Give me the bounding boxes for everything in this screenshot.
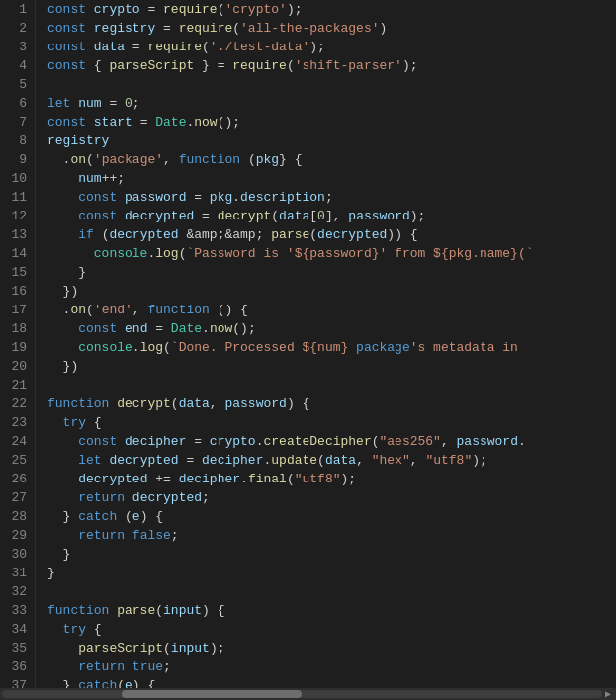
line-number: 17 (8, 301, 27, 319)
scroll-right-arrow-icon[interactable]: ▶ (602, 688, 614, 700)
line-number: 18 (8, 319, 27, 338)
code-line: const password = pkg.description; (47, 188, 616, 207)
line-number: 6 (8, 94, 27, 113)
code-line: registry (47, 131, 616, 150)
line-number: 8 (8, 131, 27, 150)
code-line: } (47, 564, 616, 582)
line-number: 13 (8, 225, 27, 244)
code-line: if (decrypted &amp;&amp; parse(decrypted… (47, 225, 616, 244)
code-line: } catch (e) { (47, 507, 616, 526)
line-number: 14 (8, 244, 27, 263)
scrollbar-thumb[interactable] (122, 690, 302, 698)
line-number: 31 (8, 564, 27, 582)
line-number: 32 (8, 582, 27, 601)
line-number: 35 (8, 639, 27, 657)
code-line: } (47, 263, 616, 282)
code-line (47, 75, 616, 94)
code-line: const data = require('./test-data'); (47, 38, 616, 56)
code-line: function decrypt(data, password) { (47, 394, 616, 413)
line-number: 3 (8, 38, 27, 56)
line-number: 4 (8, 56, 27, 75)
line-number: 19 (8, 338, 27, 357)
line-number: 20 (8, 357, 27, 376)
code-line: }) (47, 357, 616, 376)
code-line: const registry = require('all-the-packag… (47, 19, 616, 38)
line-number: 29 (8, 526, 27, 545)
line-number: 12 (8, 207, 27, 225)
line-number: 28 (8, 507, 27, 526)
code-line: .on('end', function () { (47, 301, 616, 319)
line-number: 26 (8, 470, 27, 488)
line-number: 33 (8, 601, 27, 620)
line-number: 34 (8, 620, 27, 639)
line-number: 22 (8, 394, 27, 413)
code-line: let decrypted = decipher.update(data, "h… (47, 451, 616, 470)
line-number: 15 (8, 263, 27, 282)
line-number: 30 (8, 545, 27, 564)
line-number: 11 (8, 188, 27, 207)
scrollbar-track[interactable] (2, 690, 602, 698)
code-line: return true; (47, 657, 616, 676)
code-line: const end = Date.now(); (47, 319, 616, 338)
code-line (47, 582, 616, 601)
line-number: 9 (8, 150, 27, 169)
code-line: }) (47, 282, 616, 301)
line-number: 10 (8, 169, 27, 188)
code-line: const start = Date.now(); (47, 113, 616, 131)
line-number: 21 (8, 376, 27, 394)
code-line: .on('package', function (pkg} { (47, 150, 616, 169)
code-line: const crypto = require('crypto'); (47, 0, 616, 19)
line-number: 2 (8, 19, 27, 38)
editor-container: 1234567891011121314151617181920212223242… (0, 0, 616, 700)
line-number: 37 (8, 676, 27, 688)
line-numbers: 1234567891011121314151617181920212223242… (0, 0, 36, 688)
code-line: console.log(`Password is '${password}' f… (47, 244, 616, 263)
code-line: } (47, 545, 616, 564)
horizontal-scrollbar[interactable]: ▶ (0, 688, 616, 700)
code-line: } catch(e) { (47, 676, 616, 688)
code-line: function parse(input) { (47, 601, 616, 620)
code-line: return decrypted; (47, 488, 616, 507)
line-number: 27 (8, 488, 27, 507)
line-number: 7 (8, 113, 27, 131)
code-line: return false; (47, 526, 616, 545)
line-number: 24 (8, 432, 27, 451)
code-line: try { (47, 620, 616, 639)
line-number: 5 (8, 75, 27, 94)
code-line (47, 376, 616, 394)
code-line: decrypted += decipher.final("utf8"); (47, 470, 616, 488)
code-line: let num = 0; (47, 94, 616, 113)
code-line: num++; (47, 169, 616, 188)
code-line: const decrypted = decrypt(data[0], passw… (47, 207, 616, 225)
line-number: 36 (8, 657, 27, 676)
line-number: 25 (8, 451, 27, 470)
line-number: 23 (8, 413, 27, 432)
code-content[interactable]: const crypto = require('crypto');const r… (36, 0, 616, 688)
line-number: 16 (8, 282, 27, 301)
code-line: const { parseScript } = require('shift-p… (47, 56, 616, 75)
code-line: console.log(`Done. Processed ${num} pack… (47, 338, 616, 357)
code-line: const decipher = crypto.createDecipher("… (47, 432, 616, 451)
code-line: parseScript(input); (47, 639, 616, 657)
code-area[interactable]: 1234567891011121314151617181920212223242… (0, 0, 616, 688)
line-number: 1 (8, 0, 27, 19)
code-line: try { (47, 413, 616, 432)
